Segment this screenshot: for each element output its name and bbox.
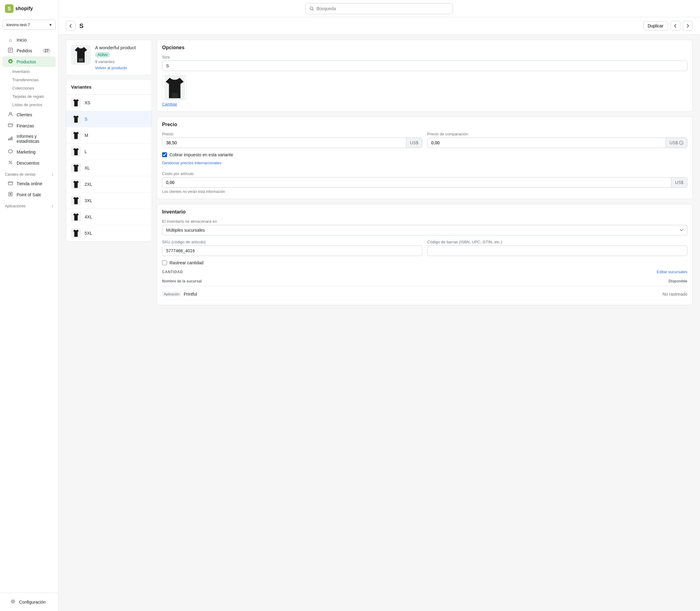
- sidebar-item-settings[interactable]: Configuración: [5, 597, 53, 607]
- price-row: Precio US$ Precio de comparación: [162, 132, 687, 148]
- shopify-wordmark: shopify: [15, 6, 33, 11]
- product-info: A wonderful product Activo 9 variantes V…: [95, 45, 147, 70]
- international-pricing-link[interactable]: Gestionar precios internacionales: [162, 161, 222, 165]
- barcode-field: Código de barras (ISBN, UPC, GTIN, etc.): [427, 240, 687, 256]
- store-selector[interactable]: kievins-test-7 ▾: [2, 20, 56, 30]
- cost-label: Costo por artículo: [162, 172, 687, 176]
- compare-price-label: Precio de comparación: [427, 132, 687, 136]
- variant-thumbnail: [71, 131, 81, 140]
- sidebar-nav: ⌂ Inicio Pedidos 27 S Productos Inventar…: [0, 32, 58, 593]
- variant-name: XS: [85, 100, 90, 105]
- product-summary-card: A wonderful product Activo 9 variantes V…: [66, 40, 152, 75]
- back-to-product-link[interactable]: Volver al producto: [95, 65, 127, 70]
- svg-point-8: [10, 112, 11, 114]
- svg-text:S: S: [8, 6, 11, 11]
- variant-name: L: [85, 149, 87, 154]
- compare-price-input[interactable]: [427, 138, 666, 148]
- variant-tshirt-icon: [72, 99, 80, 107]
- price-input[interactable]: [162, 138, 406, 148]
- variant-thumbnail: [71, 179, 81, 189]
- variant-item-5xl[interactable]: 5XL: [66, 225, 152, 241]
- header-actions: Duplicar: [643, 21, 693, 31]
- variant-item-2xl[interactable]: 2XL: [66, 176, 152, 193]
- chevron-right-icon: ›: [52, 204, 53, 208]
- variant-image-selector[interactable]: [162, 75, 187, 100]
- variant-item-l[interactable]: L: [66, 144, 152, 160]
- variant-tshirt-icon: [72, 131, 80, 140]
- search-bar[interactable]: [305, 3, 453, 14]
- apps-label: Aplicaciones ›: [0, 200, 58, 209]
- sidebar-subitem-inventario[interactable]: Inventario: [0, 68, 58, 76]
- edit-branches-link[interactable]: Editar sucursales: [657, 269, 687, 274]
- search-input[interactable]: [317, 6, 449, 11]
- product-summary: A wonderful product Activo 9 variantes V…: [71, 45, 147, 70]
- sidebar-item-descuentos[interactable]: Descuentos: [2, 158, 56, 168]
- sku-input[interactable]: [162, 245, 422, 256]
- pos-icon: [7, 192, 14, 197]
- sidebar-item-label: Informes y estadísticas: [17, 134, 51, 144]
- sidebar-subitem-tarjetas[interactable]: Tarjetas de regalo: [0, 92, 58, 101]
- sidebar-item-pos[interactable]: Point of Sale: [2, 189, 56, 200]
- barcode-label: Código de barras (ISBN, UPC, GTIN, etc.): [427, 240, 687, 244]
- variants-count: 9 variantes: [95, 59, 147, 64]
- price-input-group: US$: [162, 137, 422, 148]
- tax-checkbox[interactable]: [162, 152, 167, 157]
- sidebar: S shopify kievins-test-7 ▾ ⌂ Inicio Pedi…: [0, 0, 58, 611]
- variant-item-4xl[interactable]: 4XL: [66, 209, 152, 225]
- sidebar-item-inicio[interactable]: ⌂ Inicio: [2, 35, 56, 45]
- search-icon: [309, 6, 314, 11]
- sidebar-item-pedidos[interactable]: Pedidos 27: [2, 45, 56, 56]
- variant-thumbnail: [71, 114, 81, 124]
- variant-item-3xl[interactable]: 3XL: [66, 193, 152, 209]
- storage-select[interactable]: Múltiples sucursales: [162, 225, 687, 235]
- image-selector-area: Cambiar: [162, 75, 687, 106]
- tax-checkbox-row: Cobrar impuesto en esta variante: [162, 152, 687, 157]
- sidebar-item-finanzas[interactable]: Finanzas: [2, 120, 56, 131]
- svg-point-15: [11, 163, 12, 164]
- products-icon: S: [7, 59, 14, 64]
- price-currency: US$: [406, 138, 422, 148]
- variant-item-m[interactable]: M: [66, 128, 152, 144]
- sidebar-subitem-colecciones[interactable]: Colecciones: [0, 84, 58, 92]
- store-name: kievins-test-7: [6, 23, 30, 27]
- variant-item-xs[interactable]: XS: [66, 95, 152, 111]
- variant-name: M: [85, 133, 88, 138]
- barcode-input[interactable]: [427, 245, 687, 256]
- sidebar-subitem-listas[interactable]: Listas de precios: [0, 101, 58, 109]
- app-badge: Aplicación: [162, 292, 181, 297]
- size-label: Size: [162, 55, 687, 59]
- svg-rect-25: [81, 58, 83, 61]
- price-section-title: Precio: [162, 122, 687, 128]
- variant-item-s[interactable]: S: [66, 111, 152, 128]
- help-icon: ?: [679, 140, 683, 145]
- sidebar-item-label: Inicio: [17, 38, 27, 43]
- sidebar-item-productos[interactable]: S Productos: [2, 56, 56, 67]
- variant-preview-image: [162, 76, 187, 100]
- cost-input[interactable]: [162, 178, 671, 188]
- variant-tshirt-icon: [72, 196, 80, 205]
- prev-button[interactable]: [670, 21, 680, 31]
- sidebar-item-tienda-online[interactable]: Tienda online: [2, 178, 56, 189]
- duplicate-button[interactable]: Duplicar: [643, 21, 668, 30]
- sidebar-item-label: Productos: [17, 59, 36, 64]
- sku-label: SKU (código de artículo): [162, 240, 422, 244]
- sidebar-item-informes[interactable]: Informes y estadísticas: [2, 131, 56, 146]
- size-input[interactable]: [162, 61, 687, 71]
- cost-currency: US$: [671, 178, 687, 188]
- track-quantity-checkbox[interactable]: [162, 260, 167, 265]
- next-button[interactable]: [683, 21, 693, 31]
- left-column: A wonderful product Activo 9 variantes V…: [66, 40, 152, 241]
- sidebar-subitem-transferencias[interactable]: Transferencias: [0, 76, 58, 84]
- change-image-link[interactable]: Cambiar: [162, 102, 177, 106]
- orders-badge: 27: [43, 48, 51, 53]
- available-col-header: Disponible: [669, 279, 687, 283]
- sidebar-item-clientes[interactable]: Clientes: [2, 109, 56, 120]
- sidebar-item-marketing[interactable]: Marketing: [2, 147, 56, 157]
- section-label-text: Canales de ventas: [5, 172, 35, 177]
- product-thumbnail: [71, 45, 91, 64]
- back-button[interactable]: [66, 21, 76, 31]
- sidebar-item-label: Descuentos: [17, 161, 40, 165]
- svg-rect-19: [10, 193, 11, 194]
- variant-item-xl[interactable]: XL: [66, 160, 152, 176]
- variant-name: 5XL: [85, 231, 92, 236]
